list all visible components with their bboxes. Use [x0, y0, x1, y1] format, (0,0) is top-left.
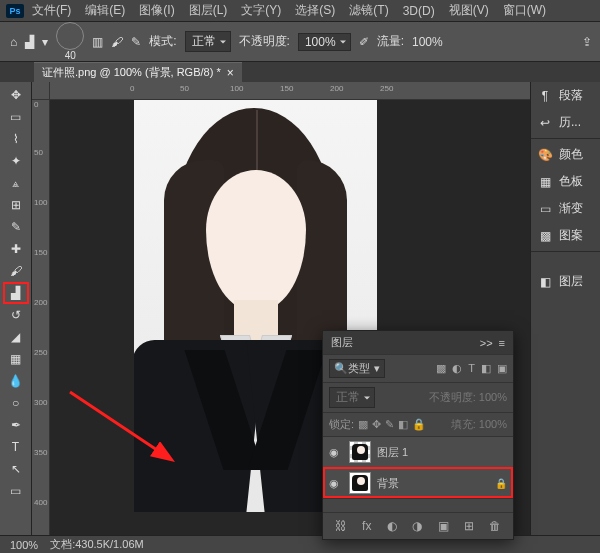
patterns-icon: ▩: [537, 229, 553, 243]
workspace: ✥ ▭ ⌇ ✦ ⟁ ⊞ ✎ ✚ 🖌 ▟ ↺ ◢ ▦ 💧 ○ ✒ T ↖ ▭ 0 …: [0, 82, 600, 535]
brush-settings-icon[interactable]: 🖌: [111, 35, 123, 49]
zoom-level[interactable]: 100%: [10, 539, 38, 551]
lock-icon[interactable]: 🔒: [495, 478, 507, 489]
share-icon[interactable]: ⇪: [582, 35, 592, 49]
menu-edit[interactable]: 编辑(E): [79, 2, 131, 19]
type-tool[interactable]: T: [3, 436, 29, 458]
opacity-input[interactable]: 100%: [298, 33, 351, 51]
ruler-tick: 350: [34, 448, 47, 457]
lock-all-icon[interactable]: 🔒: [412, 418, 426, 431]
flow-value[interactable]: 100%: [412, 35, 443, 49]
menu-type[interactable]: 文字(Y): [235, 2, 287, 19]
move-tool[interactable]: ✥: [3, 84, 29, 106]
blend-mode-select[interactable]: 正常: [185, 31, 231, 52]
gradient-tool[interactable]: ▦: [3, 348, 29, 370]
layer-thumbnail[interactable]: [349, 472, 371, 494]
lock-label: 锁定:: [329, 417, 354, 432]
opacity-label: 不透明度:: [239, 33, 290, 50]
collapse-icon[interactable]: >>: [480, 337, 493, 349]
brush-panel-icon[interactable]: ▥: [92, 35, 103, 49]
search-icon: 🔍: [334, 362, 348, 375]
pressure-opacity-icon[interactable]: ✐: [359, 35, 369, 49]
panel-paragraph[interactable]: ¶段落: [531, 82, 600, 109]
blur-tool[interactable]: 💧: [3, 370, 29, 392]
visibility-toggle[interactable]: ◉: [329, 446, 343, 459]
panel-history[interactable]: ↩历...: [531, 109, 600, 136]
filter-type-icon[interactable]: T: [468, 362, 475, 375]
lock-pixels-icon[interactable]: ▩: [358, 418, 368, 431]
home-icon[interactable]: ⌂: [10, 35, 17, 49]
lock-image-icon[interactable]: ✎: [385, 418, 394, 431]
brush-tool[interactable]: 🖌: [3, 260, 29, 282]
menu-window[interactable]: 窗口(W): [497, 2, 552, 19]
options-bar: ⌂ ▟ ▾ 40 ▥ 🖌 ✎ 模式: 正常 不透明度: 100% ✐ 流量: 1…: [0, 22, 600, 62]
lock-position-icon[interactable]: ✥: [372, 418, 381, 431]
new-layer-icon[interactable]: ⊞: [464, 519, 474, 533]
filter-shape-icon[interactable]: ◧: [481, 362, 491, 375]
layer-row[interactable]: ◉ 图层 1: [323, 436, 513, 467]
layers-panel-footer: ⛓ fx ◐ ◑ ▣ ⊞ 🗑: [323, 512, 513, 539]
swatches-icon: ▦: [537, 175, 553, 189]
brush-mode-icon[interactable]: ✎: [131, 35, 141, 49]
healing-tool[interactable]: ✚: [3, 238, 29, 260]
layers-panel-title: 图层: [331, 335, 353, 350]
layer-blend-select[interactable]: 正常: [329, 387, 375, 408]
lock-artboard-icon[interactable]: ◧: [398, 418, 408, 431]
document-tab[interactable]: 证件照.png @ 100% (背景, RGB/8) * ×: [34, 62, 242, 82]
panel-color[interactable]: 🎨颜色: [531, 141, 600, 168]
current-tool-icon[interactable]: ▟: [25, 35, 34, 49]
lasso-tool[interactable]: ⌇: [3, 128, 29, 150]
panel-layers-collapsed[interactable]: ◧图层: [531, 268, 600, 295]
close-tab-icon[interactable]: ×: [227, 66, 234, 80]
brush-preview[interactable]: [56, 22, 84, 50]
layer-name[interactable]: 图层 1: [377, 445, 408, 460]
eyedropper-tool[interactable]: ✎: [3, 216, 29, 238]
group-icon[interactable]: ▣: [438, 519, 449, 533]
marquee-tool[interactable]: ▭: [3, 106, 29, 128]
menu-layer[interactable]: 图层(L): [183, 2, 234, 19]
panel-swatches[interactable]: ▦色板: [531, 168, 600, 195]
filter-smart-icon[interactable]: ▣: [497, 362, 507, 375]
pen-tool[interactable]: ✒: [3, 414, 29, 436]
link-layers-icon[interactable]: ⛓: [335, 519, 347, 533]
ruler-tick: 50: [180, 84, 189, 93]
panel-gradients[interactable]: ▭渐变: [531, 195, 600, 222]
ruler-origin[interactable]: [32, 82, 50, 100]
menu-file[interactable]: 文件(F): [26, 2, 77, 19]
panel-patterns[interactable]: ▩图案: [531, 222, 600, 249]
frame-tool[interactable]: ⊞: [3, 194, 29, 216]
menu-filter[interactable]: 滤镜(T): [343, 2, 394, 19]
history-brush-tool[interactable]: ↺: [3, 304, 29, 326]
document-info[interactable]: 文档:430.5K/1.06M: [50, 537, 144, 552]
adjustment-icon[interactable]: ◑: [412, 519, 422, 533]
filter-pixel-icon[interactable]: ▩: [436, 362, 446, 375]
filter-adjust-icon[interactable]: ◐: [452, 362, 462, 375]
clone-stamp-tool[interactable]: ▟: [3, 282, 29, 304]
layer-filter-select[interactable]: 🔍 类型 ▾: [329, 359, 385, 378]
menu-view[interactable]: 视图(V): [443, 2, 495, 19]
delete-layer-icon[interactable]: 🗑: [489, 519, 501, 533]
path-tool[interactable]: ↖: [3, 458, 29, 480]
layer-row-background[interactable]: ◉ 背景 🔒: [323, 467, 513, 498]
layer-name[interactable]: 背景: [377, 476, 399, 491]
menu-image[interactable]: 图像(I): [133, 2, 180, 19]
panel-menu-icon[interactable]: ≡: [499, 337, 505, 349]
menu-3d[interactable]: 3D(D): [397, 4, 441, 18]
eraser-tool[interactable]: ◢: [3, 326, 29, 348]
crop-tool[interactable]: ⟁: [3, 172, 29, 194]
layer-thumbnail[interactable]: [349, 441, 371, 463]
mask-icon[interactable]: ◐: [387, 519, 397, 533]
ruler-vertical[interactable]: 0 50 100 150 200 250 300 350 400: [32, 100, 50, 535]
shape-tool[interactable]: ▭: [3, 480, 29, 502]
ruler-horizontal[interactable]: 0 50 100 150 200 250: [50, 82, 530, 100]
chevron-down-icon[interactable]: ▾: [42, 35, 48, 49]
visibility-toggle[interactable]: ◉: [329, 477, 343, 490]
wand-tool[interactable]: ✦: [3, 150, 29, 172]
panel-label: 图层: [559, 273, 583, 290]
dodge-tool[interactable]: ○: [3, 392, 29, 414]
layer-opacity-value[interactable]: 100%: [479, 391, 507, 403]
fx-icon[interactable]: fx: [362, 519, 371, 533]
menu-select[interactable]: 选择(S): [289, 2, 341, 19]
layer-fill-value[interactable]: 100%: [479, 418, 507, 430]
layers-panel-titlebar[interactable]: 图层 >> ≡: [323, 331, 513, 354]
